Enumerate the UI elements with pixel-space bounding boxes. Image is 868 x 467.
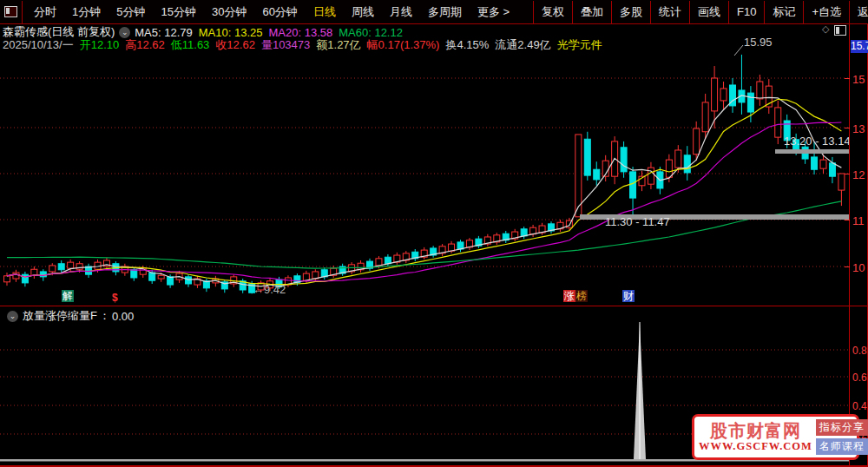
indicator-label-row: ⌄ 放量涨停缩量F ： 0.00 (3, 308, 134, 324)
period-tab-5[interactable]: 30分钟 (204, 1, 254, 23)
price-annotation-2: ←9.42 (253, 283, 286, 296)
quote-info-row: 2025/10/13/一开12.10高12.62低11.63收12.62量103… (3, 39, 608, 51)
period-tab-1[interactable]: 分时 (26, 1, 64, 23)
price-tick-dash (845, 78, 850, 79)
toolbar-button-1[interactable]: 复权 (533, 1, 572, 23)
event-marker-2[interactable]: $ (112, 292, 118, 304)
period-tab-6[interactable]: 60分钟 (254, 1, 305, 23)
toolbar-button-9[interactable]: 返回 (849, 1, 868, 23)
toolbar-actions: 复权叠加多股统计画线F10标记+自选返回 (533, 1, 868, 23)
watermark-badge-indicators: 指标分享 (816, 419, 868, 436)
window-layout-icon[interactable] (0, 1, 23, 23)
watermark-card: 股市财富网 WWW.GSCFW.COM 指标分享 名师课程 (692, 414, 859, 460)
axis-divider-line (849, 24, 850, 466)
quote-segment-9: 换4.15% (445, 37, 489, 53)
period-tab-2[interactable]: 1分钟 (64, 1, 108, 23)
period-tab-9[interactable]: 月线 (382, 1, 420, 23)
event-marker-3[interactable]: 涨榜 (563, 290, 588, 302)
top-toolbar: 分时1分钟5分钟15分钟30分钟60分钟日线周线月线多周期更多 > 复权叠加多股… (0, 0, 868, 24)
diamond-pane-icon[interactable]: ◇ (822, 23, 829, 35)
stock-app-window: 分时1分钟5分钟15分钟30分钟60分钟日线周线月线多周期更多 > 复权叠加多股… (0, 0, 868, 467)
price-tick-13: 13 (852, 122, 868, 134)
toolbar-button-2[interactable]: 叠加 (572, 1, 611, 23)
split-pane-icon[interactable] (834, 25, 846, 36)
quote-segment-4: 低11.63 (171, 37, 210, 53)
price-tick-15: 15 (852, 73, 868, 84)
period-tab-11[interactable]: 更多 > (470, 1, 517, 23)
price-tick-dash (845, 174, 850, 174)
period-tab-3[interactable]: 5分钟 (108, 1, 153, 23)
indicator-name: 放量涨停缩量F (23, 308, 97, 324)
toolbar-button-7[interactable]: 标记 (764, 1, 803, 23)
quote-segment-2: 开12.10 (80, 37, 120, 53)
watermark-url: WWW.GSCFW.COM (699, 440, 812, 453)
quote-segment-7: 额1.27亿 (316, 37, 360, 53)
quote-segment-5: 收12.62 (215, 37, 255, 53)
toolbar-button-3[interactable]: 多股 (611, 1, 650, 23)
quote-segment-3: 高12.62 (125, 37, 165, 53)
period-tab-8[interactable]: 周线 (344, 1, 382, 23)
price-tick-dash (845, 266, 850, 267)
axis-max-badge: 15.76 (851, 40, 868, 53)
panel-separator[interactable] (0, 306, 868, 306)
collapse-chevron-icon[interactable]: ⌄ (119, 27, 130, 38)
quote-segment-11: 光学元件 (557, 37, 602, 53)
period-tab-7[interactable]: 日线 (306, 1, 344, 23)
quote-segment-10: 流通2.49亿 (495, 37, 550, 53)
quote-segment-1: 2025/10/13/一 (3, 37, 74, 53)
event-marker-4[interactable]: 财 (622, 290, 635, 302)
indicator-chevron-icon[interactable]: ⌄ (7, 311, 18, 322)
toolbar-button-6[interactable]: F10 (728, 1, 764, 23)
quote-segment-6: 量103473 (261, 37, 310, 53)
event-marker-1[interactable]: 解 (62, 290, 74, 302)
price-tick-10: 10 (852, 261, 868, 273)
indicator-tick-0.6: 0.6 (852, 372, 868, 382)
price-tick-dash (845, 220, 850, 220)
watermark-badge-courses: 名师课程 (816, 438, 868, 455)
toolbar-button-4[interactable]: 统计 (650, 1, 689, 23)
watermark-title: 股市财富网 (699, 421, 812, 440)
price-annotation-1: 15.95 (744, 36, 773, 49)
period-tab-4[interactable]: 15分钟 (153, 1, 203, 23)
candlestick-chart[interactable] (0, 0, 868, 467)
indicator-tick-0.8: 0.8 (852, 345, 868, 355)
indicator-value: 0.00 (112, 310, 134, 323)
toolbar-button-5[interactable]: 画线 (689, 1, 728, 23)
period-menu: 分时1分钟5分钟15分钟30分钟60分钟日线周线月线多周期更多 > (23, 1, 517, 23)
toolbar-button-8[interactable]: +自选 (803, 1, 849, 23)
indicator-tick-0.4: 0.4 (852, 400, 868, 411)
price-tick-12: 12 (852, 168, 868, 180)
period-tab-10[interactable]: 多周期 (420, 1, 470, 23)
gap-range-label-1: 11.30 - 11.47 (605, 215, 670, 228)
symbol-ma-row: 森霸传感(日线 前复权) ⌄ MA5: 12.79MA10: 13.25MA20… (3, 26, 409, 38)
price-tick-dash (845, 128, 850, 128)
quote-segment-8: 幅0.17(1.37%) (367, 37, 440, 53)
price-tick-11: 11 (852, 214, 868, 226)
gap-range-label-2: 13.20 - 13.14 (784, 135, 849, 148)
